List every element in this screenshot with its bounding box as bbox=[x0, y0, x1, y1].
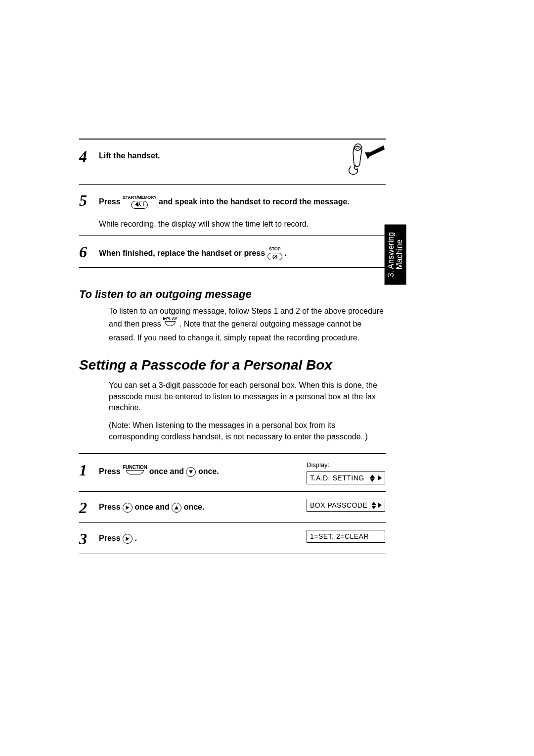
manual-page: 3. Answering Machine 4 Lift the handset. bbox=[0, 0, 534, 554]
chapter-tab: 3. Answering Machine bbox=[385, 225, 406, 285]
rule bbox=[79, 139, 386, 140]
lcd-display: T.A.D. SETTING bbox=[307, 472, 385, 484]
function-label: FUNCTION bbox=[123, 465, 147, 470]
step-number: 1 bbox=[79, 459, 94, 479]
lcd-display: BOX PASSCODE bbox=[307, 499, 385, 512]
t1: Press bbox=[99, 467, 123, 475]
main-para-1: You can set a 3-digit passcode for each … bbox=[79, 380, 386, 413]
t2: once and bbox=[135, 503, 172, 511]
step-6-body: When finished, replace the handset or pr… bbox=[99, 241, 386, 260]
display-text: 1=SET, 2=CLEAR bbox=[310, 532, 369, 540]
t2: . bbox=[135, 534, 137, 542]
main-heading: Setting a Passcode for a Personal Box bbox=[79, 357, 386, 373]
display-column: 1=SET, 2=CLEAR bbox=[307, 528, 386, 543]
listen-heading: To listen to an outgoing message bbox=[79, 288, 386, 301]
step-1: 1 Press FUNCTION once and once. Display:… bbox=[79, 459, 386, 484]
play-label: ▶PLAY bbox=[163, 317, 177, 321]
step-4: 4 Lift the handset. bbox=[79, 145, 386, 164]
key-bottom-icon bbox=[126, 470, 144, 474]
start-memory-key-icon: START/MEMORY bbox=[123, 195, 156, 209]
handset-icon bbox=[341, 142, 386, 176]
key-oval-icon bbox=[267, 253, 282, 260]
play-key-icon: ▶PLAY bbox=[163, 317, 177, 332]
step-5-sub: While recording, the display will show t… bbox=[79, 220, 386, 229]
t3: once. bbox=[184, 503, 205, 511]
step-6-pre: When finished, replace the handset or pr… bbox=[99, 249, 267, 257]
step-number: 3 bbox=[79, 528, 94, 547]
chapter-tab-line2: Machine bbox=[395, 240, 403, 270]
step-6: 6 When finished, replace the handset or … bbox=[79, 241, 386, 260]
step-2-body: Press once and once. bbox=[99, 497, 302, 516]
display-column: Display: T.A.D. SETTING bbox=[307, 459, 386, 484]
step-6-post: . bbox=[284, 249, 286, 257]
updown-right-icon bbox=[370, 474, 375, 482]
step-1-body: Press FUNCTION once and once. bbox=[99, 459, 302, 479]
rule bbox=[79, 236, 386, 236]
svg-point-2 bbox=[356, 148, 357, 149]
display-text: BOX PASSCODE bbox=[310, 501, 367, 509]
svg-point-1 bbox=[357, 147, 358, 148]
down-arrow-button-icon bbox=[186, 467, 196, 477]
function-key-icon: FUNCTION bbox=[123, 465, 147, 479]
step-5-post: and speak into the handset to record the… bbox=[159, 197, 350, 206]
right-arrow-icon bbox=[378, 475, 382, 480]
display-column: BOX PASSCODE bbox=[307, 497, 386, 512]
key-oval-icon bbox=[131, 201, 148, 209]
start-memory-label: START/MEMORY bbox=[123, 195, 156, 200]
rule bbox=[79, 453, 386, 454]
step-number: 5 bbox=[79, 189, 94, 208]
listen-paragraph: To listen to an outgoing message, follow… bbox=[79, 306, 386, 343]
stop-label: STOP bbox=[267, 247, 282, 251]
chapter-tab-line1: 3. Answering bbox=[387, 232, 395, 278]
step-number: 2 bbox=[79, 497, 94, 516]
step-5: 5 Press START/MEMORY and speak into the … bbox=[79, 189, 386, 209]
right-arrow-icon bbox=[378, 503, 382, 508]
step-5-body: Press START/MEMORY and speak into the ha… bbox=[99, 189, 386, 209]
svg-point-3 bbox=[358, 148, 359, 149]
up-arrow-button-icon bbox=[172, 503, 181, 513]
right-arrow-button-icon bbox=[123, 503, 133, 513]
rule bbox=[79, 267, 386, 268]
rule bbox=[79, 554, 386, 554]
updown-right-icon bbox=[371, 502, 376, 509]
t3: once. bbox=[198, 467, 219, 475]
display-text: T.A.D. SETTING bbox=[310, 474, 364, 482]
lcd-display: 1=SET, 2=CLEAR bbox=[307, 530, 385, 543]
svg-point-0 bbox=[355, 146, 360, 150]
t2: once and bbox=[149, 467, 186, 475]
step-3: 3 Press . 1=SET, 2=CLEAR bbox=[79, 528, 386, 547]
rule bbox=[79, 491, 386, 492]
step-5-pre: Press bbox=[99, 197, 123, 206]
step-number: 4 bbox=[79, 145, 94, 164]
step-number: 6 bbox=[79, 241, 94, 260]
rule bbox=[79, 184, 386, 185]
step-3-body: Press . bbox=[99, 528, 302, 547]
display-label: Display: bbox=[307, 461, 386, 469]
right-arrow-button-icon bbox=[123, 534, 133, 544]
main-para-2: (Note: When listening to the messages in… bbox=[79, 420, 386, 442]
stop-key-icon: STOP bbox=[267, 247, 282, 260]
t1: Press bbox=[99, 503, 123, 511]
key-bottom-icon bbox=[165, 321, 176, 326]
t1: Press bbox=[99, 534, 123, 542]
step-2: 2 Press once and once. BOX PASSCODE bbox=[79, 497, 386, 516]
rule bbox=[79, 522, 386, 523]
